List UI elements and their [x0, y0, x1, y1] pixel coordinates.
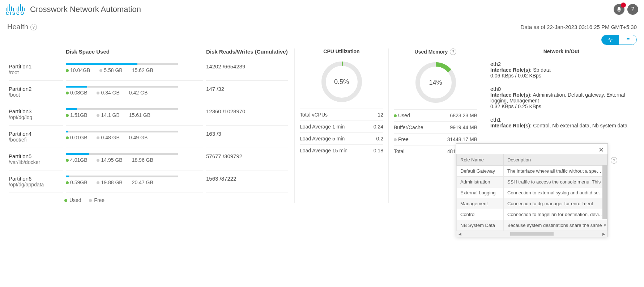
- mem-title: Used Memory ?: [394, 48, 477, 58]
- table-row: Default GatewayThe interface where all t…: [457, 166, 607, 177]
- metric-row: Load Average 5 min0.2: [300, 132, 383, 144]
- table-row: External LoggingConnection to external s…: [457, 187, 607, 198]
- disk-space-header: Disk Space Used: [66, 48, 203, 58]
- metric-row: Load Average 1 min0.24: [300, 121, 383, 132]
- partition-rw: 1563 /87222: [206, 170, 288, 193]
- page-title: Health ?: [7, 23, 37, 31]
- partition-rw: 163 /3: [206, 126, 288, 148]
- net-interface: eth2Interface Role(s): Sb data0.06 KBps …: [490, 59, 632, 84]
- net-interface: eth0Interface Role(s): Administration, D…: [490, 84, 632, 114]
- col-role: Role Name: [457, 154, 504, 166]
- partition-bar: 10.04GB5.58 GB15.62 GB: [66, 58, 203, 81]
- metric-row: Used6823.23 MB: [394, 109, 477, 121]
- partition-rw: 14202 /6654239: [206, 58, 288, 81]
- view-toggle: [601, 35, 637, 45]
- partition-rw: 57677 /309792: [206, 148, 288, 170]
- metric-row: Total vCPUs12: [300, 109, 383, 121]
- partition-label: Partition4/boot/efi: [9, 126, 63, 148]
- partition-bar: 0.59GB19.88 GB20.47 GB: [66, 170, 203, 193]
- list-view-toggle[interactable]: [619, 35, 636, 45]
- cpu-donut: 0.5%: [320, 60, 363, 104]
- partition-label: Partition5/var/lib/docker: [9, 148, 63, 170]
- app-title: Crosswork Network Automation: [30, 5, 141, 14]
- close-icon[interactable]: ✕: [598, 146, 604, 154]
- partition-rw: 147 /32: [206, 81, 288, 103]
- chart-view-toggle[interactable]: [602, 35, 619, 45]
- help-icon[interactable]: ?: [450, 48, 456, 55]
- partition-label: Partition1/root: [9, 58, 63, 81]
- partition-bar: 0.01GB0.48 GB0.49 GB: [66, 126, 203, 148]
- disk-rw-header: Disk Reads/Writes (Cumulative): [206, 48, 288, 58]
- partition-label: Partition3/opt/dg/log: [9, 103, 63, 126]
- partition-bar: 1.51GB14.1 GB15.61 GB: [66, 103, 203, 126]
- partition-rw: 12360 /1028970: [206, 103, 288, 126]
- help-icon[interactable]: ?: [30, 24, 37, 30]
- partition-bar: 4.01GB14.95 GB18.96 GB: [66, 148, 203, 170]
- cisco-logo: CISCO: [6, 3, 25, 16]
- disk-legend: Used Free: [9, 193, 288, 203]
- net-interface: eth1Interface Role(s): Control, Nb exter…: [490, 114, 632, 134]
- top-bar: CISCO Crosswork Network Automation ?: [0, 0, 644, 19]
- table-row: ManagementConnection to dg-manager for e…: [457, 198, 607, 203]
- metric-row: Load Average 15 min0.18: [300, 144, 383, 156]
- bell-icon: [616, 7, 622, 12]
- col-desc: Description: [504, 154, 607, 166]
- notifications-button[interactable]: [614, 4, 624, 15]
- pulse-icon: [607, 37, 613, 42]
- partition-label: Partition6/opt/dg/appdata: [9, 170, 63, 193]
- mem-donut: 14%: [414, 61, 457, 104]
- list-icon: [625, 37, 631, 42]
- partition-bar: 0.08GB0.34 GB0.42 GB: [66, 81, 203, 103]
- metric-row: Buffer/Cache9919.44 MB: [394, 121, 477, 133]
- table-row: AdministrationSSH traffic to access the …: [457, 177, 607, 187]
- roles-tooltip: ✕ Role Name Description Default GatewayT…: [456, 143, 608, 203]
- partition-label: Partition2/boot: [9, 81, 63, 103]
- help-icon[interactable]: ?: [611, 157, 617, 164]
- notification-badge: [621, 3, 626, 8]
- help-button[interactable]: ?: [627, 4, 638, 15]
- scrollbar-vertical[interactable]: [602, 165, 607, 203]
- data-timestamp: Data as of 22-Jan-2023 03:16:25 PM GMT+5…: [521, 24, 637, 30]
- cpu-title: CPU Utilization: [300, 48, 383, 57]
- net-title: Network In/Out: [490, 48, 632, 59]
